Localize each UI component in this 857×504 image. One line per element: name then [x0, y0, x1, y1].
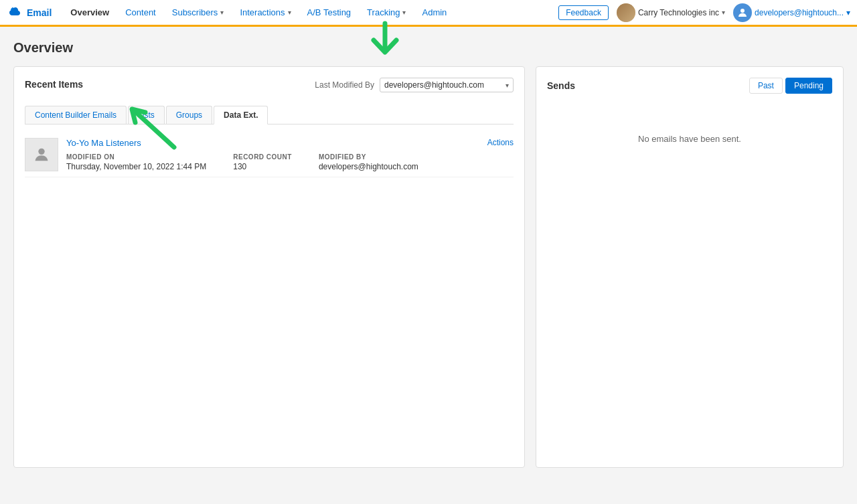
page-content: Overview Recent Items Last Modified By d… — [0, 27, 857, 481]
content-tabs: Content Builder Emails Lists Groups Data… — [25, 106, 514, 124]
nav-right: Feedback Carry Technologies inc ▾ develo… — [558, 3, 850, 22]
recent-items-title: Recent Items — [25, 79, 83, 90]
nav-item-interactions[interactable]: Interactions ▾ — [232, 0, 299, 27]
filter-value: developers@hightouch.com — [384, 80, 484, 90]
user-email-text: developers@hightouch... — [755, 8, 844, 17]
interactions-chevron-icon: ▾ — [288, 9, 291, 16]
record-count-label: RECORD COUNT — [233, 153, 292, 161]
sends-title: Sends — [547, 80, 575, 91]
sends-tab-past[interactable]: Past — [749, 78, 783, 94]
page-title: Overview — [13, 40, 844, 56]
item-name-link[interactable]: Yo-Yo Ma Listeners — [66, 138, 479, 148]
sends-tabs: Past Pending — [749, 78, 832, 94]
main-content: Recent Items Last Modified By developers… — [13, 66, 844, 468]
tab-groups[interactable]: Groups — [166, 106, 212, 124]
modified-on-block: MODIFIED ON Thursday, November 10, 2022 … — [66, 153, 206, 171]
nav-item-admin[interactable]: Admin — [414, 0, 455, 27]
org-avatar — [617, 3, 635, 22]
item-meta: MODIFIED ON Thursday, November 10, 2022 … — [66, 153, 479, 171]
empty-sends-message: No emails have been sent. — [547, 134, 832, 144]
sends-tab-pending[interactable]: Pending — [785, 78, 832, 94]
modified-by-value: developers@hightouch.com — [319, 162, 418, 171]
tab-content-builder-emails[interactable]: Content Builder Emails — [25, 106, 127, 124]
nav-items: Overview Content Subscribers ▾ Interacti… — [62, 0, 558, 25]
modified-by-label: MODIFIED BY — [319, 153, 418, 161]
feedback-button[interactable]: Feedback — [558, 5, 609, 20]
nav-item-content[interactable]: Content — [117, 0, 164, 27]
record-count-value: 130 — [233, 162, 292, 171]
tracking-chevron-icon: ▾ — [402, 9, 406, 16]
record-count-block: RECORD COUNT 130 — [233, 153, 292, 171]
user-profile[interactable]: developers@hightouch... ▾ — [733, 3, 850, 22]
user-chevron-icon: ▾ — [846, 8, 850, 17]
filter-select[interactable]: developers@hightouch.com ▾ — [380, 78, 514, 92]
item-thumbnail — [25, 138, 58, 171]
modified-on-label: MODIFIED ON — [66, 153, 206, 161]
tab-data-ext[interactable]: Data Ext. — [214, 106, 268, 124]
svg-point-0 — [741, 9, 745, 13]
sends-header: Sends Past Pending — [547, 78, 832, 94]
actions-link[interactable]: Actions — [487, 138, 514, 147]
nav-item-ab-testing[interactable]: A/B Testing — [299, 0, 360, 27]
list-item: Yo-Yo Ma Listeners MODIFIED ON Thursday,… — [25, 133, 514, 177]
svg-point-1 — [38, 149, 44, 155]
nav-item-tracking[interactable]: Tracking ▾ — [359, 0, 414, 27]
subscribers-chevron-icon: ▾ — [220, 9, 224, 16]
modified-by-block: MODIFIED BY developers@hightouch.com — [319, 153, 418, 171]
org-selector[interactable]: Carry Technologies inc ▾ — [617, 3, 725, 22]
app-logo[interactable]: Email — [7, 5, 52, 21]
item-info: Yo-Yo Ma Listeners MODIFIED ON Thursday,… — [66, 138, 479, 171]
filter-bar: Last Modified By developers@hightouch.co… — [315, 78, 514, 92]
modified-on-value: Thursday, November 10, 2022 1:44 PM — [66, 162, 206, 171]
nav-item-overview[interactable]: Overview — [62, 0, 117, 27]
app-name: Email — [27, 7, 52, 18]
filter-chevron-icon: ▾ — [505, 82, 509, 89]
user-avatar — [733, 3, 752, 22]
nav-item-subscribers[interactable]: Subscribers ▾ — [164, 0, 232, 27]
top-navigation: Email Overview Content Subscribers ▾ Int… — [0, 0, 857, 27]
filter-label: Last Modified By — [315, 80, 374, 90]
org-chevron-icon: ▾ — [722, 9, 725, 16]
right-panel: Sends Past Pending No emails have been s… — [536, 66, 844, 468]
tab-lists[interactable]: Lists — [128, 106, 165, 124]
org-name: Carry Technologies inc — [638, 8, 719, 17]
left-panel: Recent Items Last Modified By developers… — [13, 66, 525, 468]
